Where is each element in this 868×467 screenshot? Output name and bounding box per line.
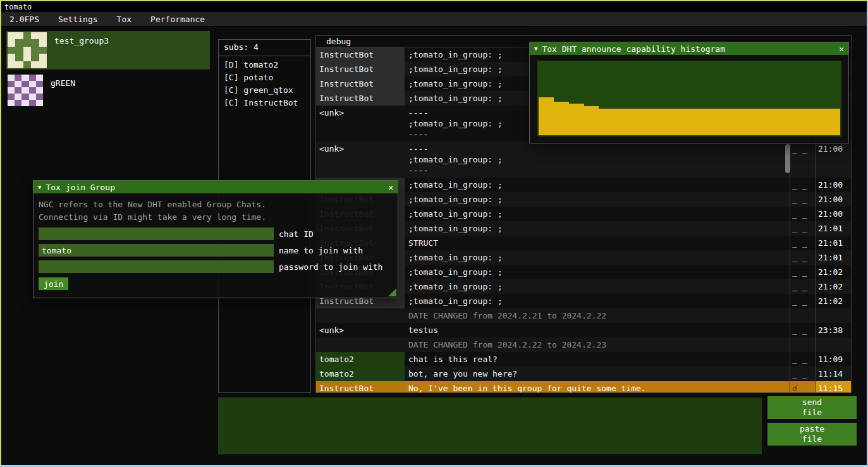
group-avatar-identicon (8, 32, 47, 68)
message-row[interactable]: <unk> testus _ _ 23:38 (316, 323, 851, 337)
message-row[interactable]: tomato2 bot, are you new here? _ _ 11:14 (316, 367, 851, 381)
message-time: 11:09 (815, 352, 851, 367)
message-author: InstructBot (316, 381, 405, 392)
chat-id-input[interactable] (39, 227, 274, 240)
message-time: 21:00 (815, 142, 851, 178)
message-row[interactable]: tomato2 chat is this real? _ _ 11:09 (316, 352, 851, 367)
message-author: InstructBot (316, 76, 405, 91)
message-time: 21:02 (815, 279, 851, 294)
message-author: <unk> (316, 142, 405, 178)
message-flags: _ _ (790, 178, 815, 192)
message-text: ;tomato_in_group: ; (405, 221, 790, 236)
message-flags (790, 337, 815, 352)
histogram-bar (735, 109, 750, 135)
close-icon[interactable]: ✕ (839, 44, 844, 54)
chat-scrollbar[interactable] (785, 144, 790, 173)
histogram-bars (539, 62, 840, 135)
message-time: 11:14 (815, 367, 851, 381)
message-flags: _ _ (790, 221, 815, 236)
histogram-bar (719, 109, 735, 135)
histogram-bar (569, 104, 584, 135)
menu-item-settings[interactable]: Settings (52, 13, 104, 26)
message-text: ;tomato_in_group: ; (405, 265, 790, 279)
message-time: 21:01 (815, 250, 851, 265)
group-name: test_group3 (54, 35, 109, 46)
message-row[interactable]: DATE CHANGED from 2024.2.22 to 2024.2.23 (316, 337, 851, 352)
menu-bar: 2.0FPS Settings Tox Performance (1, 12, 867, 27)
collapse-arrow-icon[interactable]: ▼ (38, 182, 41, 193)
message-time: 21:00 (815, 178, 851, 192)
paste-file-button[interactable]: paste file (767, 423, 857, 446)
message-author: tomato2 (316, 352, 405, 367)
window-title: tomato (4, 3, 32, 11)
histogram-bar (765, 109, 780, 135)
compose-input[interactable] (218, 397, 762, 454)
join-dialog-description-line2: Connecting via ID might take a very long… (39, 211, 393, 224)
message-text: ;tomato_in_group: ; (405, 192, 790, 207)
message-text: No, I've been in this group for quite so… (405, 381, 790, 392)
menu-item-performance[interactable]: Performance (145, 13, 211, 26)
message-flags: _ _ (790, 294, 815, 308)
message-flags: _ _ (790, 323, 815, 337)
app-window: tomato 2.0FPS Settings Tox Performance t… (0, 0, 868, 467)
tab-debug[interactable]: debug (321, 36, 356, 47)
message-author: InstructBot (316, 47, 405, 62)
group-name: gREEN (51, 78, 75, 88)
fps-counter: 2.0FPS (4, 13, 45, 26)
menu-item-tox[interactable]: Tox (111, 13, 137, 26)
histogram-bar (614, 109, 629, 135)
window-titlebar[interactable]: tomato (1, 1, 867, 12)
histogram-bar (599, 109, 614, 135)
group-item-test-group3[interactable]: test_group3 (6, 31, 210, 70)
histogram-bar (689, 109, 704, 135)
message-flags: _ _ (790, 192, 815, 207)
histogram-bar (539, 97, 554, 135)
group-avatar-identicon (8, 75, 43, 106)
histogram-title: Tox DHT announce capability histogram (542, 44, 725, 54)
collapse-arrow-icon[interactable]: ▼ (534, 44, 537, 54)
message-author: InstructBot (316, 62, 405, 76)
message-flags: d (790, 381, 815, 392)
message-time: 21:00 (815, 192, 851, 207)
join-password-input[interactable] (39, 260, 274, 273)
message-text: ---- ;tomato_in_group: ; ---- (405, 142, 790, 178)
message-time: 21:01 (815, 236, 851, 250)
message-author: tomato2 (316, 367, 405, 381)
message-author: <unk> (316, 106, 405, 142)
histogram-bar (584, 106, 599, 135)
subs-header: subs: 4 (219, 40, 310, 56)
message-time: 11:15 (815, 381, 851, 392)
join-button[interactable]: join (39, 277, 68, 290)
message-text: STRUCT (405, 236, 790, 250)
group-item-green[interactable]: gREEN (6, 73, 210, 110)
subs-list-item[interactable]: [C] InstructBot (219, 97, 310, 109)
message-text: ;tomato_in_group: ; (405, 178, 790, 192)
resize-grip[interactable] (388, 288, 396, 296)
message-flags: _ _ (790, 352, 815, 367)
subs-list-item[interactable]: [C] potato (219, 71, 310, 84)
message-row[interactable]: DATE CHANGED from 2024.2.21 to 2024.2.22 (316, 308, 851, 323)
message-text: bot, are you new here? (405, 367, 790, 381)
subs-list-item[interactable]: [C] green_qtox (219, 84, 310, 97)
message-flags: _ _ (790, 367, 815, 381)
message-row[interactable]: <unk> ---- ;tomato_in_group: ; ---- _ _ … (316, 142, 851, 178)
join-name-input[interactable] (39, 244, 274, 257)
message-text: ;tomato_in_group: ; (405, 207, 790, 221)
subs-list: [D] tomato2 [C] potato [C] green_qtox [C… (219, 56, 310, 109)
message-row[interactable]: InstructBot No, I've been in this group … (316, 381, 851, 392)
histogram-bar (675, 109, 690, 135)
message-flags (790, 308, 815, 323)
close-icon[interactable]: ✕ (388, 182, 393, 193)
message-text: testus (405, 323, 790, 337)
message-text: ;tomato_in_group: ; (405, 250, 790, 265)
histogram-titlebar[interactable]: ▼ Tox DHT announce capability histogram … (530, 42, 848, 55)
histogram-bar (750, 109, 765, 135)
message-time: 21:02 (815, 265, 851, 279)
message-author (316, 308, 405, 323)
chat-id-label: chat ID (279, 229, 314, 240)
subs-list-item[interactable]: [D] tomato2 (219, 59, 310, 71)
message-time: 21:02 (815, 294, 851, 308)
join-dialog-titlebar[interactable]: ▼ Tox join Group ✕ (34, 181, 398, 193)
send-file-button[interactable]: send file (767, 396, 857, 419)
message-time: 21:01 (815, 221, 851, 236)
